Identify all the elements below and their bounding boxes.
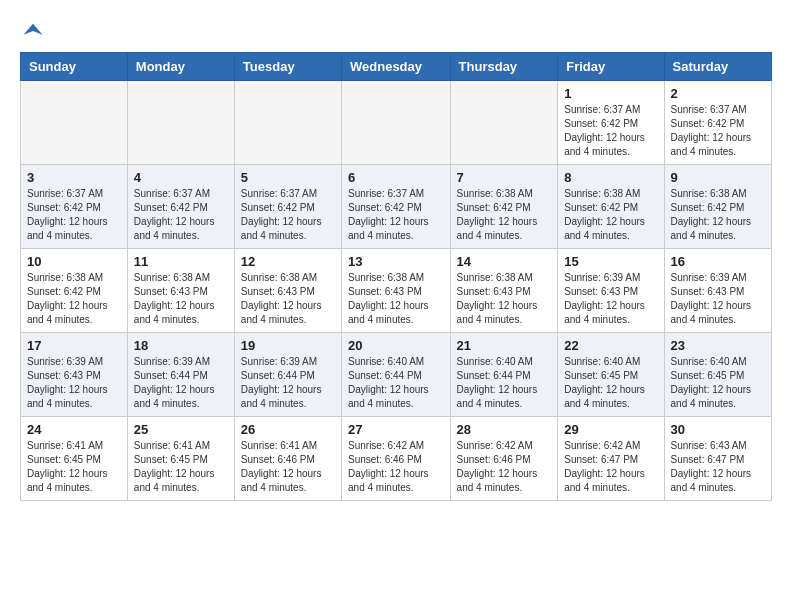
calendar-header-row: SundayMondayTuesdayWednesdayThursdayFrid… — [21, 53, 772, 81]
day-number: 27 — [348, 422, 444, 437]
svg-marker-0 — [23, 24, 42, 35]
day-number: 16 — [671, 254, 765, 269]
calendar-day: 7Sunrise: 6:38 AMSunset: 6:42 PMDaylight… — [450, 165, 558, 249]
day-number: 6 — [348, 170, 444, 185]
calendar-week-5: 24Sunrise: 6:41 AMSunset: 6:45 PMDayligh… — [21, 417, 772, 501]
calendar-day: 10Sunrise: 6:38 AMSunset: 6:42 PMDayligh… — [21, 249, 128, 333]
calendar-table: SundayMondayTuesdayWednesdayThursdayFrid… — [20, 52, 772, 501]
calendar-day: 20Sunrise: 6:40 AMSunset: 6:44 PMDayligh… — [342, 333, 451, 417]
calendar-day: 17Sunrise: 6:39 AMSunset: 6:43 PMDayligh… — [21, 333, 128, 417]
calendar-day — [342, 81, 451, 165]
day-info: Sunrise: 6:37 AMSunset: 6:42 PMDaylight:… — [564, 103, 657, 159]
day-info: Sunrise: 6:39 AMSunset: 6:43 PMDaylight:… — [564, 271, 657, 327]
day-number: 21 — [457, 338, 552, 353]
day-info: Sunrise: 6:37 AMSunset: 6:42 PMDaylight:… — [348, 187, 444, 243]
day-number: 1 — [564, 86, 657, 101]
calendar-day — [127, 81, 234, 165]
day-number: 13 — [348, 254, 444, 269]
day-number: 19 — [241, 338, 335, 353]
header-sunday: Sunday — [21, 53, 128, 81]
day-info: Sunrise: 6:42 AMSunset: 6:46 PMDaylight:… — [348, 439, 444, 495]
calendar-day — [21, 81, 128, 165]
day-number: 26 — [241, 422, 335, 437]
day-info: Sunrise: 6:43 AMSunset: 6:47 PMDaylight:… — [671, 439, 765, 495]
header-friday: Friday — [558, 53, 664, 81]
calendar-day: 18Sunrise: 6:39 AMSunset: 6:44 PMDayligh… — [127, 333, 234, 417]
calendar-day — [450, 81, 558, 165]
day-info: Sunrise: 6:38 AMSunset: 6:42 PMDaylight:… — [564, 187, 657, 243]
day-number: 8 — [564, 170, 657, 185]
calendar-day: 6Sunrise: 6:37 AMSunset: 6:42 PMDaylight… — [342, 165, 451, 249]
day-info: Sunrise: 6:42 AMSunset: 6:47 PMDaylight:… — [564, 439, 657, 495]
calendar-day: 9Sunrise: 6:38 AMSunset: 6:42 PMDaylight… — [664, 165, 771, 249]
day-info: Sunrise: 6:42 AMSunset: 6:46 PMDaylight:… — [457, 439, 552, 495]
calendar-day — [234, 81, 341, 165]
calendar-day: 30Sunrise: 6:43 AMSunset: 6:47 PMDayligh… — [664, 417, 771, 501]
header-thursday: Thursday — [450, 53, 558, 81]
day-info: Sunrise: 6:38 AMSunset: 6:42 PMDaylight:… — [457, 187, 552, 243]
logo — [20, 20, 44, 42]
day-number: 17 — [27, 338, 121, 353]
day-info: Sunrise: 6:37 AMSunset: 6:42 PMDaylight:… — [27, 187, 121, 243]
day-info: Sunrise: 6:40 AMSunset: 6:44 PMDaylight:… — [457, 355, 552, 411]
day-info: Sunrise: 6:38 AMSunset: 6:42 PMDaylight:… — [671, 187, 765, 243]
day-number: 23 — [671, 338, 765, 353]
day-number: 2 — [671, 86, 765, 101]
header-saturday: Saturday — [664, 53, 771, 81]
calendar-week-3: 10Sunrise: 6:38 AMSunset: 6:42 PMDayligh… — [21, 249, 772, 333]
calendar-day: 24Sunrise: 6:41 AMSunset: 6:45 PMDayligh… — [21, 417, 128, 501]
calendar-day: 19Sunrise: 6:39 AMSunset: 6:44 PMDayligh… — [234, 333, 341, 417]
day-info: Sunrise: 6:41 AMSunset: 6:46 PMDaylight:… — [241, 439, 335, 495]
day-info: Sunrise: 6:39 AMSunset: 6:43 PMDaylight:… — [27, 355, 121, 411]
day-info: Sunrise: 6:37 AMSunset: 6:42 PMDaylight:… — [134, 187, 228, 243]
day-number: 29 — [564, 422, 657, 437]
day-info: Sunrise: 6:38 AMSunset: 6:43 PMDaylight:… — [134, 271, 228, 327]
day-info: Sunrise: 6:38 AMSunset: 6:43 PMDaylight:… — [241, 271, 335, 327]
day-info: Sunrise: 6:39 AMSunset: 6:43 PMDaylight:… — [671, 271, 765, 327]
day-info: Sunrise: 6:38 AMSunset: 6:42 PMDaylight:… — [27, 271, 121, 327]
day-number: 15 — [564, 254, 657, 269]
day-info: Sunrise: 6:39 AMSunset: 6:44 PMDaylight:… — [134, 355, 228, 411]
calendar-day: 4Sunrise: 6:37 AMSunset: 6:42 PMDaylight… — [127, 165, 234, 249]
header-tuesday: Tuesday — [234, 53, 341, 81]
day-number: 22 — [564, 338, 657, 353]
day-number: 11 — [134, 254, 228, 269]
day-info: Sunrise: 6:37 AMSunset: 6:42 PMDaylight:… — [241, 187, 335, 243]
calendar-day: 2Sunrise: 6:37 AMSunset: 6:42 PMDaylight… — [664, 81, 771, 165]
day-info: Sunrise: 6:39 AMSunset: 6:44 PMDaylight:… — [241, 355, 335, 411]
day-number: 30 — [671, 422, 765, 437]
page-header — [20, 20, 772, 42]
day-info: Sunrise: 6:40 AMSunset: 6:45 PMDaylight:… — [671, 355, 765, 411]
day-number: 3 — [27, 170, 121, 185]
header-wednesday: Wednesday — [342, 53, 451, 81]
day-number: 9 — [671, 170, 765, 185]
calendar-day: 28Sunrise: 6:42 AMSunset: 6:46 PMDayligh… — [450, 417, 558, 501]
calendar-day: 13Sunrise: 6:38 AMSunset: 6:43 PMDayligh… — [342, 249, 451, 333]
calendar-day: 3Sunrise: 6:37 AMSunset: 6:42 PMDaylight… — [21, 165, 128, 249]
day-number: 14 — [457, 254, 552, 269]
calendar-day: 1Sunrise: 6:37 AMSunset: 6:42 PMDaylight… — [558, 81, 664, 165]
calendar-day: 5Sunrise: 6:37 AMSunset: 6:42 PMDaylight… — [234, 165, 341, 249]
day-info: Sunrise: 6:38 AMSunset: 6:43 PMDaylight:… — [457, 271, 552, 327]
day-number: 24 — [27, 422, 121, 437]
calendar-day: 11Sunrise: 6:38 AMSunset: 6:43 PMDayligh… — [127, 249, 234, 333]
logo-bird-icon — [22, 20, 44, 42]
day-number: 25 — [134, 422, 228, 437]
day-number: 18 — [134, 338, 228, 353]
calendar-day: 21Sunrise: 6:40 AMSunset: 6:44 PMDayligh… — [450, 333, 558, 417]
calendar-day: 26Sunrise: 6:41 AMSunset: 6:46 PMDayligh… — [234, 417, 341, 501]
day-info: Sunrise: 6:37 AMSunset: 6:42 PMDaylight:… — [671, 103, 765, 159]
day-number: 28 — [457, 422, 552, 437]
calendar-day: 27Sunrise: 6:42 AMSunset: 6:46 PMDayligh… — [342, 417, 451, 501]
calendar-day: 14Sunrise: 6:38 AMSunset: 6:43 PMDayligh… — [450, 249, 558, 333]
day-info: Sunrise: 6:41 AMSunset: 6:45 PMDaylight:… — [27, 439, 121, 495]
day-number: 4 — [134, 170, 228, 185]
calendar-day: 25Sunrise: 6:41 AMSunset: 6:45 PMDayligh… — [127, 417, 234, 501]
calendar-day: 22Sunrise: 6:40 AMSunset: 6:45 PMDayligh… — [558, 333, 664, 417]
calendar-day: 23Sunrise: 6:40 AMSunset: 6:45 PMDayligh… — [664, 333, 771, 417]
calendar-day: 29Sunrise: 6:42 AMSunset: 6:47 PMDayligh… — [558, 417, 664, 501]
day-info: Sunrise: 6:40 AMSunset: 6:45 PMDaylight:… — [564, 355, 657, 411]
calendar-day: 8Sunrise: 6:38 AMSunset: 6:42 PMDaylight… — [558, 165, 664, 249]
calendar-day: 12Sunrise: 6:38 AMSunset: 6:43 PMDayligh… — [234, 249, 341, 333]
day-number: 20 — [348, 338, 444, 353]
